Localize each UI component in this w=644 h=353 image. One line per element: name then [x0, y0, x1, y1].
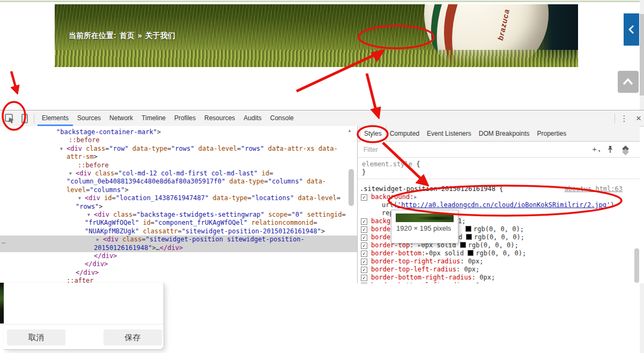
element-style-rule[interactable]: element.style {: [362, 160, 420, 168]
cancel-button[interactable]: 取消: [7, 329, 65, 345]
tab-console[interactable]: Console: [266, 111, 298, 126]
css-rule-selector[interactable]: .sitewidget-position-20150126161948 {: [360, 185, 503, 193]
property-enabled-checkbox[interactable]: ✓: [361, 275, 367, 281]
code-line[interactable]: ▼<div class="backstage-stwidgets-setting…: [0, 211, 357, 219]
code-token: >: [99, 203, 102, 210]
scroll-up-arrow-icon[interactable]: ▲: [347, 128, 352, 133]
code-line[interactable]: ▼<div class="row" data-type="rows" data-…: [0, 145, 357, 153]
property-enabled-checkbox[interactable]: ✓: [361, 194, 367, 201]
page-top-border: [0, 1, 644, 2]
css-declaration[interactable]: ✓border-bottom:▶0px solid rgb(0, 0, 0);: [358, 249, 640, 258]
color-swatch[interactable]: [468, 250, 473, 256]
tab-network[interactable]: Network: [105, 111, 137, 126]
code-line[interactable]: "frUKAgWfOQel" id="component_frUKAgWfOQe…: [0, 219, 357, 227]
kebab-menu-icon[interactable]: ⋮: [619, 113, 630, 124]
code-line[interactable]: ▼<div class="col-md-12 col-md-first col-…: [0, 170, 357, 178]
new-style-rule-icon[interactable]: +: [592, 144, 597, 153]
sidebar-collapse-button[interactable]: [624, 13, 639, 46]
save-button[interactable]: 保存: [103, 329, 162, 345]
sidebar-tab-event-listeners[interactable]: Event Listeners: [423, 126, 475, 142]
property-enabled-checkbox[interactable]: ✓: [361, 259, 367, 265]
code-line[interactable]: attr-sm>: [0, 153, 357, 161]
property-enabled-checkbox[interactable]: ✓: [361, 242, 367, 249]
code-token: </div>: [76, 269, 99, 276]
scroll-up-arrow-icon[interactable]: ▲: [276, 144, 280, 149]
sidebar-tab-dom-breakpoints[interactable]: DOM Breakpoints: [475, 126, 534, 142]
code-token: <div: [76, 170, 91, 177]
tab-resources[interactable]: Resources: [200, 111, 239, 126]
styles-scrollbar-thumb[interactable]: [634, 248, 639, 283]
back-to-top-button[interactable]: [618, 71, 639, 93]
breadcrumb-label: 当前所在位置:: [69, 31, 116, 40]
code-token: ::before: [78, 161, 109, 169]
disclosure-open-icon[interactable]: ▼: [69, 170, 76, 178]
filter-input[interactable]: Filter: [364, 146, 378, 153]
code-line[interactable]: "backstage-container-mark">: [0, 128, 357, 136]
property-enabled-checkbox[interactable]: ✓: [361, 251, 367, 257]
property-enabled-checkbox[interactable]: ✓: [361, 218, 367, 225]
color-swatch[interactable]: [466, 234, 472, 240]
breadcrumb-home-link[interactable]: 首页: [120, 31, 135, 40]
code-line[interactable]: 20150126161948">…</div>: [0, 244, 357, 252]
code-line[interactable]: </div>: [0, 252, 357, 260]
code-token: 20150126161948": [94, 244, 152, 252]
color-swatch[interactable]: [460, 242, 466, 248]
code-token: id: [139, 219, 151, 226]
css-declaration[interactable]: url('http://a0.leadongcdn.cn/cloud/ioBon…: [358, 201, 640, 209]
css-token: ): [610, 201, 614, 209]
css-declaration[interactable]: ✓border-top-left-radius: 0px;: [358, 266, 640, 274]
tab-elements[interactable]: Elements: [38, 111, 73, 126]
tab-timeline[interactable]: Timeline: [137, 111, 170, 126]
sidebar-tab-computed[interactable]: Computed: [386, 126, 423, 142]
disclosure-closed-icon[interactable]: ▶: [97, 236, 103, 244]
elements-scrollbar-thumb[interactable]: [349, 169, 354, 206]
property-enabled-checkbox[interactable]: ✓: [361, 283, 367, 283]
code-line[interactable]: "NUAKpfMBZUgk" classattr="sitewidget-pos…: [0, 227, 357, 236]
property-enabled-checkbox[interactable]: ✓: [361, 234, 367, 241]
devtools-tabs: ElementsSourcesNetworkTimelineProfilesRe…: [38, 111, 298, 126]
device-toolbar-icon[interactable]: [19, 113, 30, 124]
inspect-element-icon[interactable]: [4, 113, 16, 124]
code-token: =: [177, 227, 181, 235]
code-token: class: [82, 145, 105, 152]
sidebar-tab-properties[interactable]: Properties: [533, 126, 570, 142]
toolbar-separator-right: [615, 114, 615, 123]
disclosure-open-icon[interactable]: ▼: [78, 194, 85, 202]
code-line[interactable]: ▼<div id="location_1438761947487" data-t…: [0, 194, 357, 202]
property-enabled-checkbox[interactable]: ✓: [361, 226, 367, 233]
code-line[interactable]: </div>: [0, 260, 357, 268]
css-token: 0px;: [468, 258, 484, 265]
tab-sources[interactable]: Sources: [73, 111, 105, 126]
code-token: <div: [94, 211, 109, 218]
code-token: "columns": [90, 186, 124, 194]
code-token: "locations": [251, 194, 294, 202]
code-line[interactable]: ▶<div class="sitewidget-position sitewid…: [0, 236, 357, 244]
toggle-element-state-icon[interactable]: [622, 145, 629, 152]
tab-profiles[interactable]: Profiles: [170, 111, 200, 126]
page-scrollbar-thumb[interactable]: [640, 14, 644, 95]
code-line[interactable]: "column_0eb40881394c480e8d6af80a305917f0…: [0, 178, 357, 186]
disclosure-open-icon[interactable]: ▼: [60, 145, 66, 153]
code-line[interactable]: ::before: [0, 161, 357, 170]
code-line[interactable]: ::before: [0, 136, 357, 144]
css-declaration[interactable]: ✓border-bottom-right-radius: 0px;: [358, 274, 640, 282]
code-token: "0": [292, 211, 304, 218]
property-enabled-checkbox[interactable]: ✓: [361, 267, 367, 273]
code-line[interactable]: level="columns">: [0, 186, 357, 194]
tab-audits[interactable]: Audits: [239, 111, 265, 126]
code-line[interactable]: "rows">: [0, 203, 357, 211]
close-devtools-icon[interactable]: ×: [633, 113, 644, 124]
rule-source-link[interactable]: aboutus.html:63: [565, 185, 623, 193]
css-declaration[interactable]: ✓background:▶: [358, 193, 640, 201]
code-token: =: [342, 211, 345, 218]
css-declaration[interactable]: ✓border-bottom-left-radius: 0px;: [358, 282, 640, 283]
code-token: "rows": [76, 203, 99, 210]
color-swatch[interactable]: [465, 226, 471, 232]
open-brace: {: [495, 185, 503, 193]
code-token: >: [321, 227, 325, 235]
css-declaration[interactable]: ✓border-top-right-radius: 0px;: [358, 258, 640, 266]
disclosure-open-icon[interactable]: ▼: [87, 211, 94, 219]
sidebar-tab-styles[interactable]: Styles: [360, 126, 386, 142]
code-token: </div>: [85, 260, 108, 268]
code-line[interactable]: </div>: [0, 269, 357, 277]
